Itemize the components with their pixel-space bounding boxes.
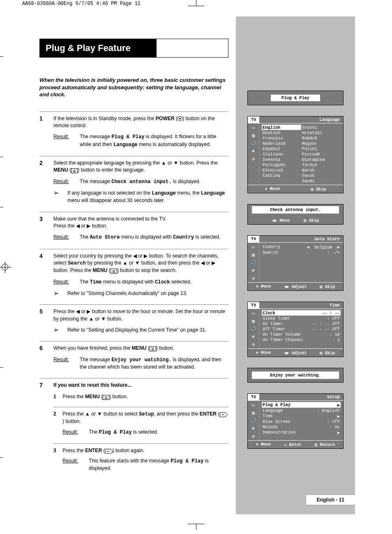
- preflight-header: AA68-03660A-00Eng 6/7/05 4:46 PM Page 11: [22, 1, 141, 7]
- menu-icon: ▥: [71, 168, 78, 173]
- side-ticks: [0, 16, 6, 518]
- step-1: 1 If the television is in Standby mode, …: [39, 115, 228, 153]
- step-5: 5 Press the ◀ or ▶ button to move to the…: [39, 308, 228, 338]
- osd-enjoy: Enjoy your watching.: [247, 368, 344, 383]
- menu-icon: ▥: [111, 269, 117, 274]
- enter-icon: ↵: [105, 449, 113, 454]
- menu-icon: ▥: [103, 395, 109, 400]
- page: AA68-03660A-00Eng 6/7/05 4:46 PM Page 11…: [0, 0, 392, 534]
- crop-mark-top: [188, 2, 204, 11]
- step-6: 6 When you have finished, press the MENU…: [39, 345, 228, 375]
- substep-3: 3 Press the ENTER (↵) button again. Resu…: [53, 447, 228, 476]
- osd-plug-play: Plug & Play: [247, 91, 344, 105]
- right-sidebar: Plug & Play TVLanguage ▭▥🔊✖⚙ EnglishDeut…: [236, 16, 355, 514]
- substep-2: 2 Press the ▲ or ▼ button to select Setu…: [53, 411, 228, 440]
- main-content: Plug & Play Feature When the television …: [39, 39, 228, 481]
- page-number: English - 11: [306, 495, 355, 505]
- osd-auto-store: TVAuto Store ▭▥🔊✖⚙ Country◀ Belgium ▶Sea…: [247, 235, 344, 291]
- osd-category-icons: ▭▥🔊✖⚙: [248, 123, 259, 185]
- page-title: Plug & Play Feature: [40, 39, 157, 57]
- title-box: Plug & Play Feature: [39, 39, 228, 58]
- menu-icon: ▥: [150, 346, 156, 351]
- power-icon: [178, 116, 182, 121]
- step-2: 2 Select the appropriate language by pre…: [39, 160, 228, 209]
- step-7: 7 If you want to reset this feature... 1…: [39, 382, 228, 479]
- osd-language: TVLanguage ▭▥🔊✖⚙ EnglishDeutschFrançaisN…: [247, 116, 344, 193]
- intro-paragraph: When the television is initially powered…: [39, 77, 228, 98]
- step-3: 3 Make sure that the antenna is connecte…: [39, 216, 228, 246]
- crop-mark-bottom: [188, 519, 204, 527]
- result-label: Result:: [53, 133, 80, 149]
- osd-check-antenna: Check antenna input. ◀▶ Move▥ Skip: [247, 204, 344, 225]
- substep-1: 1 Press the MENU (▥) button.: [53, 393, 228, 404]
- note-arrow-icon: ➢: [53, 190, 67, 196]
- enter-icon: ↵: [220, 412, 227, 417]
- osd-time: TVTime ▭▥🔊✖⚙ Clock-- : --Sleep Timer: Of…: [247, 302, 344, 357]
- step-4: 4 Select your country by pressing the ◀ …: [39, 253, 228, 302]
- osd-setup: TVSetup ▭▥🔊✖⚙ Plug & Play▶Language: Engl…: [247, 393, 344, 449]
